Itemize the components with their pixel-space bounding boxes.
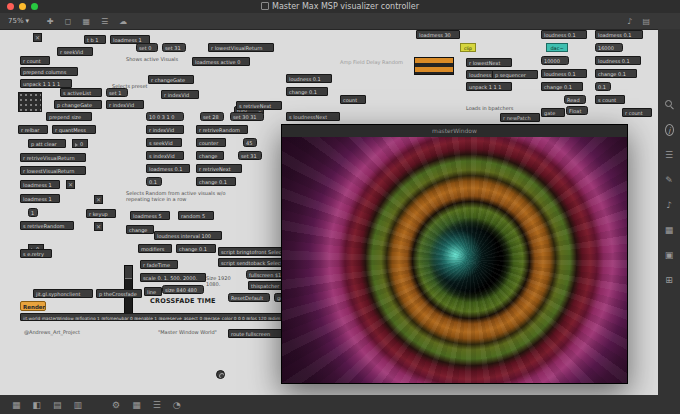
max-object-box[interactable]: change 0.1: [595, 69, 637, 78]
meter-icon[interactable]: ◧: [33, 396, 42, 414]
object-list-icon[interactable]: ☰: [101, 14, 108, 29]
grid-toggle-icon[interactable]: ▦: [82, 14, 90, 29]
max-object-box[interactable]: s e.retry: [20, 249, 52, 258]
lock-patcher-icon[interactable]: ◻: [65, 14, 72, 29]
max-message-box[interactable]: set 31: [162, 43, 186, 52]
max-object-box[interactable]: change 0.1: [196, 177, 236, 186]
max-message-box[interactable]: set 30 31: [230, 112, 264, 121]
max-object-box[interactable]: r keyup: [86, 209, 116, 218]
mixer-icon[interactable]: ▤: [642, 14, 650, 29]
max-object-box[interactable]: change 0.1: [176, 244, 216, 253]
max-object-box[interactable]: p sequencer: [492, 70, 538, 79]
max-object-box[interactable]: r seekVid: [57, 47, 93, 56]
max-object-box[interactable]: route fullscreen: [228, 329, 282, 338]
max-object-box[interactable]: t b 1: [84, 35, 106, 44]
max-message-box[interactable]: ResetDefault: [228, 293, 270, 302]
max-object-box[interactable]: r changeGate: [148, 75, 194, 84]
max-toggle[interactable]: [66, 180, 75, 189]
max-object-box[interactable]: change 0.1: [286, 87, 328, 96]
audio-on-icon[interactable]: ♪: [627, 14, 632, 29]
max-toggle[interactable]: [94, 195, 103, 204]
max-object-box[interactable]: jit.world masterWindow @floating 1 @fsme…: [20, 313, 284, 321]
max-object-box[interactable]: loadmess 30: [416, 30, 460, 39]
columns-icon[interactable]: ▥: [74, 396, 83, 414]
max-object-box[interactable]: loadmess 0.1: [146, 164, 190, 173]
cloud-share-icon[interactable]: ☁: [119, 14, 127, 29]
max-message-box[interactable]: 10000: [541, 56, 569, 65]
max-message-box[interactable]: 10 0 3 1 0: [146, 112, 184, 121]
max-live-object[interactable]: dac~: [546, 43, 568, 52]
max-message-box[interactable]: 0.1: [146, 177, 162, 186]
max-message-box[interactable]: set 0: [136, 43, 158, 52]
max-object-box[interactable]: p changeGate: [54, 100, 102, 109]
max-object-box[interactable]: r lowestVisualReturn: [20, 166, 86, 175]
max-object-box[interactable]: r newPatch: [500, 113, 540, 122]
max-toggle[interactable]: [33, 33, 42, 42]
max-object-box[interactable]: prepend columns: [20, 67, 78, 76]
max-object-box[interactable]: r retriveVisualReturn: [20, 153, 86, 162]
max-message-box[interactable]: Float: [566, 106, 588, 115]
max-object-box[interactable]: change: [196, 151, 224, 160]
max-object-box[interactable]: loudness 0.1: [595, 56, 641, 65]
max-object-box[interactable]: prepend size: [46, 112, 92, 121]
max-object-box[interactable]: change: [126, 225, 154, 234]
max-message-box[interactable]: 1: [28, 208, 38, 217]
max-object-box[interactable]: s retriveNext: [236, 101, 282, 110]
max-object-box[interactable]: loudness interval 100: [154, 231, 222, 240]
max-object-box[interactable]: r lowestNext: [466, 58, 512, 67]
max-object-box[interactable]: r retriveNext: [196, 164, 242, 173]
max-object-box[interactable]: unpack 1 1 1: [466, 82, 512, 91]
max-toggle[interactable]: [94, 222, 103, 231]
max-object-box[interactable]: change 0.1: [541, 82, 583, 91]
modules-icon[interactable]: ▦: [132, 396, 141, 414]
max-object-box[interactable]: loadmess 1: [20, 180, 60, 189]
max-object-box[interactable]: s retriveRandom: [20, 221, 74, 230]
max-object-box[interactable]: s seekVid: [146, 138, 182, 147]
extras-icon[interactable]: ⊞: [665, 274, 673, 286]
max-object-box[interactable]: r indexVid: [146, 125, 184, 134]
search-icon[interactable]: [664, 99, 674, 111]
snippets-icon[interactable]: ▣: [665, 249, 674, 261]
max-object-box[interactable]: gate: [541, 108, 565, 117]
clip-indicator[interactable]: clip: [460, 43, 476, 52]
inspector-icon[interactable]: ☰: [665, 149, 673, 161]
max-object-box[interactable]: r lowestVisualReturn: [208, 43, 274, 52]
console-icon[interactable]: ▦: [12, 396, 21, 414]
max-object-box[interactable]: loadmess 5: [130, 211, 170, 220]
max-object-box[interactable]: s loudnessNext: [286, 112, 340, 121]
settings-icon[interactable]: ⚙: [112, 396, 120, 414]
render-button[interactable]: Render: [20, 301, 46, 311]
master-window[interactable]: masterWindow: [281, 124, 628, 384]
max-object-box[interactable]: r indexVid: [161, 90, 199, 99]
max-object-box[interactable]: r count: [622, 108, 652, 117]
max-message-box[interactable]: set 28: [200, 112, 224, 121]
max-object-box[interactable]: loadmess 0.1: [595, 30, 643, 39]
max-object-box[interactable]: r fadeTime: [140, 260, 178, 269]
max-object-box[interactable]: count: [340, 95, 366, 104]
max-object-box[interactable]: loadmess active 0: [192, 57, 250, 66]
max-object-box[interactable]: line: [144, 287, 162, 296]
list-icon[interactable]: ▤: [53, 396, 62, 414]
max-multislider[interactable]: [414, 57, 454, 75]
max-object-box[interactable]: loudness 0.1: [286, 74, 332, 83]
max-object-box[interactable]: p theCrossfade: [96, 289, 142, 298]
max-object-box[interactable]: scale 0. 1. 500. 2000.: [140, 273, 206, 282]
max-message-box[interactable]: 0.1: [595, 82, 611, 91]
max-message-box[interactable]: 16000: [595, 43, 623, 52]
max-object-box[interactable]: modifiers: [138, 244, 172, 253]
max-object-box[interactable]: r indexVid: [106, 100, 144, 109]
lines-icon[interactable]: ☰: [153, 396, 161, 414]
max-object-box[interactable]: s activeList: [60, 88, 102, 97]
info-icon[interactable]: i: [665, 124, 674, 136]
max-object-box[interactable]: s count: [595, 95, 625, 104]
max-object-box[interactable]: r relbar: [18, 125, 48, 134]
max-message-box[interactable]: size 840 480: [162, 285, 204, 294]
max-message-box[interactable]: set 31: [238, 151, 262, 160]
max-bang-button[interactable]: [216, 370, 225, 379]
max-object-box[interactable]: loudness 0.1: [541, 30, 587, 39]
max-object-box[interactable]: random 5: [178, 211, 214, 220]
max-object-box[interactable]: counter: [196, 138, 226, 147]
clock-icon[interactable]: ◔: [173, 396, 181, 414]
max-message-box[interactable]: Read: [564, 95, 586, 104]
zoom-control[interactable]: 75% ▾: [8, 17, 29, 25]
